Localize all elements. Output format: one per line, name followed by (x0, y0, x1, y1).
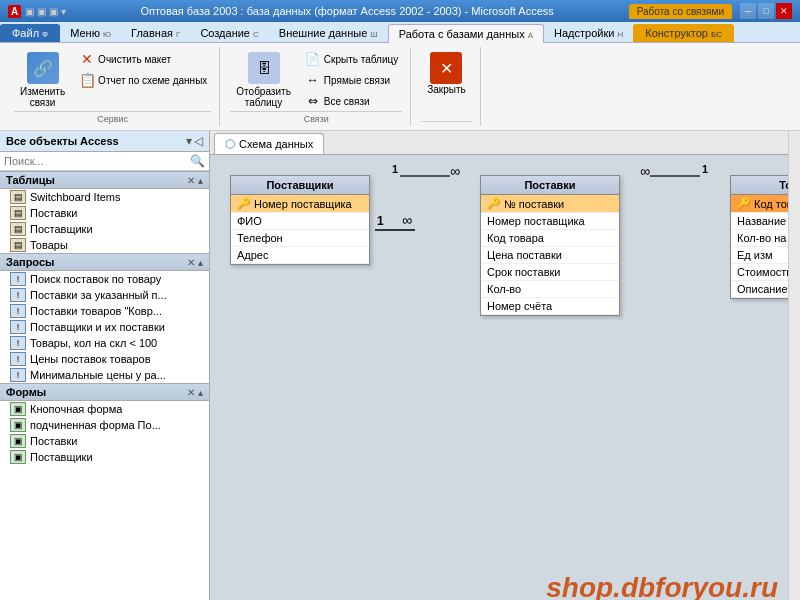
sidebar-item-f2[interactable]: ▣ подчиненная форма По... (0, 417, 209, 433)
sidebar-header-icons: ▾ ◁ (186, 134, 203, 148)
sidebar-section-forms-header[interactable]: Формы ✕ ▴ (0, 383, 209, 401)
sidebar-item-tovary[interactable]: ▤ Товары (0, 237, 209, 253)
table-icon-tovary: ▤ (10, 238, 26, 252)
tab-addons[interactable]: Надстройки Н (544, 24, 633, 42)
sidebar-item-f3[interactable]: ▣ Поставки (0, 433, 209, 449)
sidebar-section-queries-header[interactable]: Запросы ✕ ▴ (0, 253, 209, 271)
form-icon-f4: ▣ (10, 450, 26, 464)
sidebar-item-f1[interactable]: ▣ Кнопочная форма (0, 401, 209, 417)
title-bar-left: A ▣ ▣ ▣ ▾ (8, 5, 66, 18)
close-btn[interactable]: ✕ (776, 3, 792, 19)
table-icon-switchboard: ▤ (10, 190, 26, 204)
content-area: ⬡ Схема данных 1 ∞ ∞ 1 Поставщики 🔑 (210, 131, 788, 600)
sidebar-pin-icon[interactable]: ◁ (194, 134, 203, 148)
close-label: Закрыть (427, 84, 466, 95)
restore-btn[interactable]: □ (758, 3, 774, 19)
all-relations-button[interactable]: ⇔ Все связи (301, 91, 402, 111)
ribbon-group-service: 🔗 Изменитьсвязи ✕ Очистить макет 📋 Отчет… (6, 47, 220, 126)
sidebar-item-q4[interactable]: ! Поставщики и их поставки (0, 319, 209, 335)
show-table-button[interactable]: 🗄 Отобразитьтаблицу (230, 49, 297, 111)
sidebar-item-q1[interactable]: ! Поиск поставок по товару (0, 271, 209, 287)
sidebar-section-tables-header[interactable]: Таблицы ✕ ▴ (0, 171, 209, 189)
work-tab[interactable]: Работа со связями (629, 4, 732, 19)
tab-database[interactable]: Работа с базами данных А (388, 24, 544, 43)
tab-constructor[interactable]: Конструктор БС (633, 24, 734, 42)
query-icon-q3: ! (10, 304, 26, 318)
tab-create[interactable]: Создание С (190, 24, 268, 42)
f4-label: Поставщики (30, 451, 93, 463)
table-field-ed-izm: Ед изм (731, 247, 788, 264)
tab-home[interactable]: Главная Г (121, 24, 190, 42)
schema-tab-icon: ⬡ (225, 137, 235, 151)
sidebar-item-postavshiki[interactable]: ▤ Поставщики (0, 221, 209, 237)
schema-tab[interactable]: ⬡ Схема данных (214, 133, 324, 154)
form-icon-f1: ▣ (10, 402, 26, 416)
table-icon-postavshiki: ▤ (10, 222, 26, 236)
sidebar-item-q6[interactable]: ! Цены поставок товаров (0, 351, 209, 367)
sidebar-scrollbar[interactable] (788, 131, 800, 600)
form-icon-f2: ▣ (10, 418, 26, 432)
hide-table-button[interactable]: 📄 Скрыть таблицу (301, 49, 402, 69)
schema-report-label: Отчет по схеме данных (98, 75, 207, 86)
q4-label: Поставщики и их поставки (30, 321, 165, 333)
sidebar-item-postavki[interactable]: ▤ Поставки (0, 205, 209, 221)
change-relations-button[interactable]: 🔗 Изменитьсвязи (14, 49, 71, 111)
all-relations-label: Все связи (324, 96, 370, 107)
table-field-adres: Адрес (231, 247, 369, 264)
table-field-nomer-postavshika: 🔑 Номер поставщика (231, 195, 369, 213)
sidebar-item-q5[interactable]: ! Товары, кол на скл < 100 (0, 335, 209, 351)
switchboard-items-label: Switchboard Items (30, 191, 120, 203)
f2-label: подчиненная форма По... (30, 419, 161, 431)
tab-external[interactable]: Внешние данные Ш (269, 24, 388, 42)
direct-relations-button[interactable]: ↔ Прямые связи (301, 70, 402, 90)
close-button[interactable]: ✕ Закрыть (421, 49, 472, 98)
connector-2: ∞ 1 (650, 175, 700, 177)
table-field-srok: Срок поставки (481, 264, 619, 281)
table-header-postavshiki: Поставщики (231, 176, 369, 195)
schema-report-button[interactable]: 📋 Отчет по схеме данных (75, 70, 211, 90)
connector-1: 1 ∞ (400, 175, 450, 177)
sidebar-item-q3[interactable]: ! Поставки товаров "Ковр... (0, 303, 209, 319)
watermark: shop.dbforyou.ru (546, 572, 778, 600)
search-input[interactable] (4, 155, 190, 167)
query-icon-q6: ! (10, 352, 26, 366)
f3-label: Поставки (30, 435, 77, 447)
sidebar-item-switchboard[interactable]: ▤ Switchboard Items (0, 189, 209, 205)
form-icon-f3: ▣ (10, 434, 26, 448)
clear-layout-button[interactable]: ✕ Очистить макет (75, 49, 211, 69)
all-relations-icon: ⇔ (305, 93, 321, 109)
table-field-kol-vo: Кол-во (481, 281, 619, 298)
table-field-fio: ФИО (231, 213, 369, 230)
ribbon-group-close: ✕ Закрыть (413, 47, 481, 126)
schema-table-tovary: Товары 🔑 Код товара Название товара Кол-… (730, 175, 788, 299)
close-group-label (421, 121, 472, 124)
sidebar-item-q2[interactable]: ! Поставки за указанный п... (0, 287, 209, 303)
q7-label: Минимальные цены у ра... (30, 369, 166, 381)
ribbon-tabs: Файл Ф Меню Ю Главная Г Создание С Внешн… (0, 22, 800, 43)
svg-text:∞: ∞ (402, 212, 412, 228)
table-field-nomer-scheta: Номер счёта (481, 298, 619, 315)
minimize-btn[interactable]: ─ (740, 3, 756, 19)
table-field-cena: Цена поставки (481, 247, 619, 264)
service-buttons: 🔗 Изменитьсвязи ✕ Очистить макет 📋 Отчет… (14, 49, 211, 111)
sidebar-item-q7[interactable]: ! Минимальные цены у ра... (0, 367, 209, 383)
schema-diagram: 1 ∞ ∞ 1 Поставщики 🔑 Номер поставщика ФИ… (210, 155, 788, 600)
q1-label: Поиск поставок по товару (30, 273, 161, 285)
schema-table-postavshiki: Поставщики 🔑 Номер поставщика ФИО Телефо… (230, 175, 370, 265)
tab-menu[interactable]: Меню Ю (60, 24, 121, 42)
clear-icon: ✕ (79, 51, 95, 67)
ribbon: Файл Ф Меню Ю Главная Г Создание С Внешн… (0, 22, 800, 131)
query-icon-q2: ! (10, 288, 26, 302)
report-icon: 📋 (79, 72, 95, 88)
tovary-label: Товары (30, 239, 68, 251)
tab-file[interactable]: Файл Ф (0, 24, 60, 42)
close-buttons: ✕ Закрыть (421, 49, 472, 121)
table-field-nomer-postavki: 🔑 № поставки (481, 195, 619, 213)
search-icon: 🔍 (190, 154, 205, 168)
sidebar-section-forms: Формы ✕ ▴ ▣ Кнопочная форма ▣ подчиненна… (0, 383, 209, 465)
table-field-nazvanie: Название товара (731, 213, 788, 230)
forms-section-chevron: ✕ ▴ (187, 387, 203, 398)
sidebar-chevron-icon[interactable]: ▾ (186, 134, 192, 148)
main-area: Все объекты Access ▾ ◁ 🔍 Таблицы ✕ ▴ ▤ S… (0, 131, 800, 600)
sidebar-item-f4[interactable]: ▣ Поставщики (0, 449, 209, 465)
